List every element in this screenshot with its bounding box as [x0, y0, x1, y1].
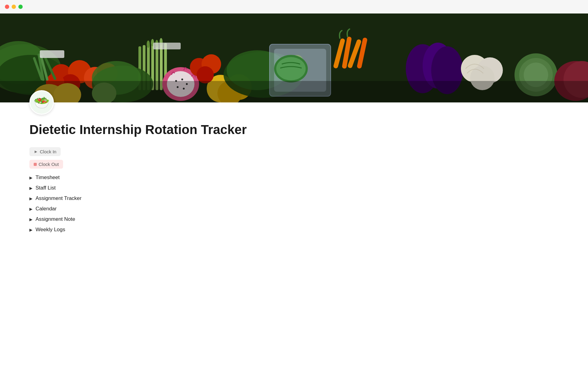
arrow-icon-assignment-note: ▶: [29, 217, 32, 222]
clock-in-button[interactable]: ▶ Clock In: [29, 147, 61, 156]
page-body: Dietetic Internship Rotation Tracker ▶ C…: [0, 115, 588, 253]
main-content: 🥗 Dietetic Internship Rotation Tracker ▶…: [0, 13, 588, 368]
clock-out-label: Clock Out: [39, 162, 59, 167]
page-title: Dietetic Internship Rotation Tracker: [29, 122, 559, 137]
minimize-button[interactable]: [12, 5, 16, 9]
maximize-button[interactable]: [18, 5, 23, 9]
titlebar: [0, 0, 588, 13]
arrow-icon-weekly-logs: ▶: [29, 228, 32, 232]
list-item-assignment-tracker[interactable]: ▶ Assignment Tracker: [29, 193, 559, 204]
list-label-timesheet: Timesheet: [36, 174, 60, 181]
page-icon: 🥗: [29, 90, 54, 115]
list-label-weekly-logs: Weekly Logs: [36, 227, 65, 233]
arrow-icon-staff-list: ▶: [29, 186, 32, 190]
list-item-weekly-logs[interactable]: ▶ Weekly Logs: [29, 224, 559, 235]
list-label-assignment-note: Assignment Note: [36, 216, 75, 222]
list-section: ▶ Timesheet ▶ Staff List ▶ Assignment Tr…: [29, 172, 559, 235]
clock-in-label: Clock In: [40, 149, 56, 154]
list-item-assignment-note[interactable]: ▶ Assignment Note: [29, 214, 559, 224]
arrow-icon-calendar: ▶: [29, 207, 32, 211]
list-item-calendar[interactable]: ▶ Calendar: [29, 204, 559, 214]
stop-icon: [34, 163, 37, 166]
hero-image: [0, 13, 588, 102]
list-label-staff-list: Staff List: [36, 185, 56, 191]
list-label-assignment-tracker: Assignment Tracker: [36, 195, 81, 201]
list-item-timesheet[interactable]: ▶ Timesheet: [29, 172, 559, 183]
clock-out-button[interactable]: Clock Out: [29, 160, 63, 169]
list-label-calendar: Calendar: [36, 206, 57, 212]
arrow-icon-timesheet: ▶: [29, 175, 32, 180]
play-icon: ▶: [34, 150, 38, 154]
arrow-icon-assignment-tracker: ▶: [29, 196, 32, 201]
clock-in-row: ▶ Clock In: [29, 147, 559, 156]
svg-rect-70: [0, 13, 588, 102]
close-button[interactable]: [5, 5, 9, 9]
list-item-staff-list[interactable]: ▶ Staff List: [29, 183, 559, 193]
clock-out-row: Clock Out: [29, 160, 559, 169]
